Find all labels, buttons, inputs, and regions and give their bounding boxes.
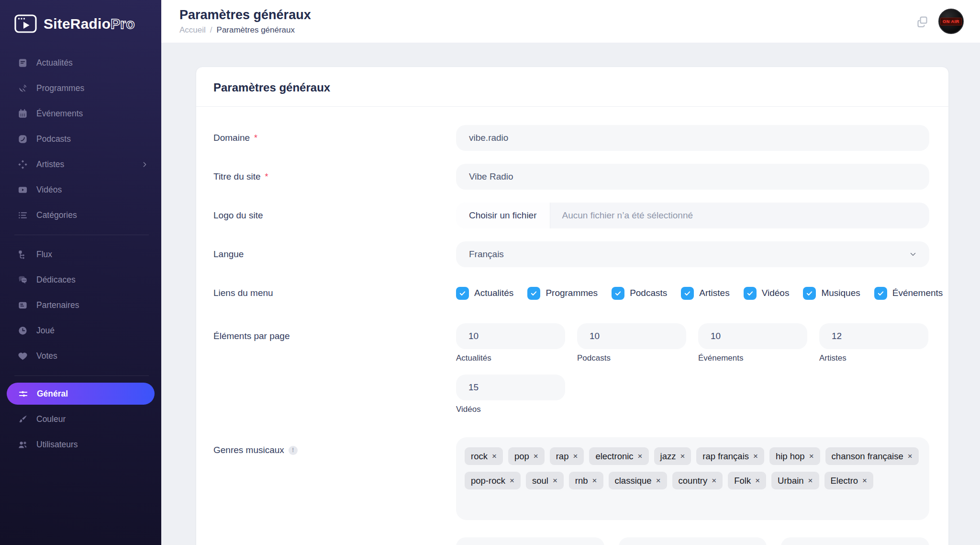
sidebar-item-utilisateurs[interactable]: Utilisateurs — [0, 432, 161, 457]
genre-tag: rap français× — [696, 447, 764, 465]
sidebar-divider — [14, 235, 149, 235]
genre-tag: jazz× — [654, 447, 691, 465]
sidebar-item-evenements[interactable]: Événements — [0, 101, 161, 126]
copy-icon — [916, 15, 929, 28]
sidebar: SiteRadioPro Actualités Programmes Événe… — [0, 0, 161, 545]
per-page-evenements-input[interactable] — [698, 323, 807, 349]
breadcrumb-current: Paramètres généraux — [217, 25, 295, 35]
langue-label: Langue — [213, 241, 456, 267]
checkbox-actualites[interactable]: Actualités — [456, 287, 513, 300]
topbar: Paramètres généraux Accueil / Paramètres… — [161, 0, 980, 43]
per-page-actualites-input[interactable] — [456, 323, 565, 349]
page-title: Paramètres généraux — [179, 8, 311, 23]
remove-tag-button[interactable]: × — [908, 452, 913, 460]
per-page-cell: Actualités — [456, 323, 565, 363]
genre-tag: classique× — [609, 472, 667, 489]
sidebar-item-artistes[interactable]: Artistes — [0, 152, 161, 177]
choose-file-button[interactable]: Choisir un fichier — [456, 203, 550, 228]
flow-tree-icon — [17, 249, 28, 260]
remove-tag-button[interactable]: × — [808, 477, 813, 485]
remove-tag-button[interactable]: × — [553, 477, 557, 485]
remove-tag-button[interactable]: × — [573, 452, 578, 460]
genre-tag: pop× — [508, 447, 545, 465]
copy-button[interactable] — [916, 15, 929, 28]
genre-tag: Folk× — [728, 472, 766, 489]
remove-tag-button[interactable]: × — [492, 452, 497, 460]
remove-tag-button[interactable]: × — [862, 477, 867, 485]
sidebar-item-general[interactable]: Général — [7, 383, 155, 405]
genre-tag: Urbain× — [771, 472, 819, 489]
sidebar-item-podcasts[interactable]: Podcasts — [0, 126, 161, 152]
remove-tag-button[interactable]: × — [753, 452, 758, 460]
site-title-input[interactable] — [456, 164, 929, 190]
per-page-caption: Actualités — [456, 353, 565, 363]
sidebar-item-categories[interactable]: Catégories — [0, 203, 161, 228]
sidebar-item-votes[interactable]: Votes — [0, 343, 161, 369]
facebook-url-input[interactable] — [456, 537, 604, 545]
sidebar-item-dedicaces[interactable]: Dédicaces — [0, 267, 161, 293]
video-icon — [17, 184, 28, 195]
list-icon — [17, 210, 28, 221]
genres-tags-field[interactable]: rock× pop× rap× electronic× jazz× rap fr… — [456, 437, 929, 520]
sidebar-item-couleur[interactable]: Couleur — [0, 407, 161, 432]
remove-tag-button[interactable]: × — [712, 477, 716, 485]
checkbox-videos[interactable]: Vidéos — [744, 287, 790, 300]
brand-name: SiteRadioPro — [44, 16, 135, 32]
remove-tag-button[interactable]: × — [638, 452, 643, 460]
checkbox-checked-icon[interactable] — [744, 287, 757, 300]
checkbox-programmes[interactable]: Programmes — [527, 287, 598, 300]
checkbox-checked-icon[interactable] — [612, 287, 624, 300]
form-row-logo: Logo du site Choisir un fichier Aucun fi… — [213, 203, 931, 228]
per-page-podcasts-input[interactable] — [577, 323, 686, 349]
brand-logo: SiteRadioPro — [0, 0, 161, 44]
checkbox-podcasts[interactable]: Podcasts — [612, 287, 667, 300]
sidebar-item-joue[interactable]: Joué — [0, 318, 161, 343]
social-url-input-2[interactable] — [619, 537, 767, 545]
genre-tag: rap× — [550, 447, 584, 465]
sidebar-item-label: Podcasts — [36, 134, 71, 144]
sliders-icon — [18, 388, 29, 399]
card-icon — [17, 300, 28, 311]
users-icon — [17, 439, 28, 450]
form-row-social: Liens sociaux — [213, 537, 931, 545]
per-page-videos-input[interactable] — [456, 375, 565, 400]
sidebar-item-actualites[interactable]: Actualités — [0, 50, 161, 76]
sidebar-item-programmes[interactable]: Programmes — [0, 76, 161, 101]
remove-tag-button[interactable]: × — [755, 477, 760, 485]
breadcrumb: Accueil / Paramètres généraux — [179, 25, 311, 35]
breadcrumb-home-link[interactable]: Accueil — [179, 25, 206, 35]
language-select[interactable]: Français — [456, 241, 929, 267]
remove-tag-button[interactable]: × — [809, 452, 814, 460]
sidebar-item-label: Utilisateurs — [36, 440, 78, 450]
genre-tag: electronic× — [589, 447, 648, 465]
satellite-icon — [17, 83, 28, 94]
user-avatar[interactable]: ON AIR — [938, 9, 964, 34]
checkbox-musiques[interactable]: Musiques — [803, 287, 860, 300]
per-page-artistes-input[interactable] — [819, 323, 928, 349]
genre-tag: chanson française× — [825, 447, 919, 465]
sidebar-item-videos[interactable]: Vidéos — [0, 177, 161, 203]
remove-tag-button[interactable]: × — [680, 452, 685, 460]
checkbox-checked-icon[interactable] — [874, 287, 887, 300]
remove-tag-button[interactable]: × — [656, 477, 661, 485]
checkbox-checked-icon[interactable] — [527, 287, 540, 300]
form-row-domaine: Domaine * — [213, 125, 931, 151]
sidebar-item-label: Programmes — [36, 83, 84, 93]
form-row-genres: Genres musicaux ! rock× pop× rap× electr… — [213, 437, 931, 520]
sidebar-item-flux[interactable]: Flux — [0, 242, 161, 267]
remove-tag-button[interactable]: × — [510, 477, 514, 485]
checkbox-artistes[interactable]: Artistes — [681, 287, 729, 300]
instagram-url-input[interactable] — [781, 537, 929, 545]
sidebar-nav: Actualités Programmes Événements Podcast… — [0, 44, 161, 457]
checkbox-checked-icon[interactable] — [803, 287, 816, 300]
checkbox-checked-icon[interactable] — [456, 287, 469, 300]
logo-file-input[interactable]: Choisir un fichier Aucun fichier n’a été… — [456, 203, 929, 228]
domaine-input[interactable] — [456, 125, 929, 151]
info-icon[interactable]: ! — [289, 446, 298, 455]
remove-tag-button[interactable]: × — [592, 477, 597, 485]
per-page-cell: Artistes — [819, 323, 928, 363]
checkbox-checked-icon[interactable] — [681, 287, 694, 300]
sidebar-item-partenaires[interactable]: Partenaires — [0, 293, 161, 318]
remove-tag-button[interactable]: × — [534, 452, 538, 460]
checkbox-evenements[interactable]: Événements — [874, 287, 943, 300]
